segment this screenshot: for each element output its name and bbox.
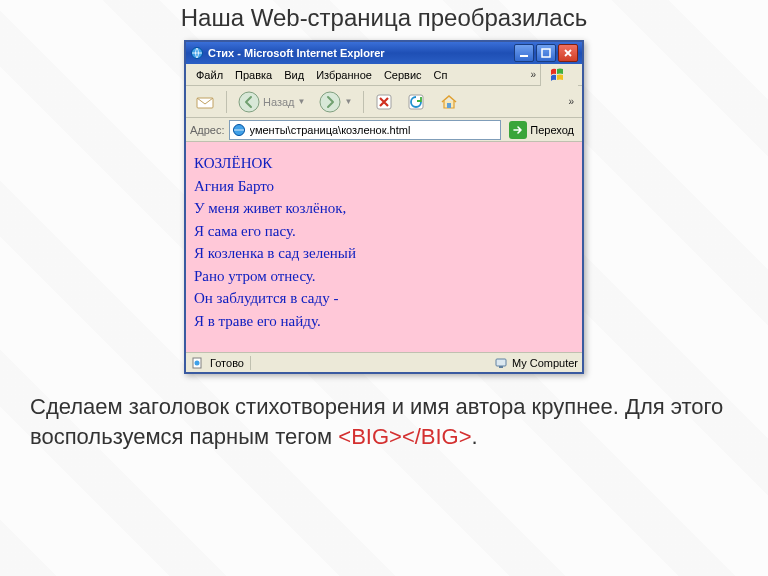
go-button[interactable]: Переход bbox=[505, 120, 578, 140]
go-label: Переход bbox=[530, 124, 574, 136]
windows-logo-icon bbox=[540, 64, 578, 86]
toolbar-separator-2 bbox=[363, 91, 364, 113]
toolbar: Назад ▼ ▼ » bbox=[186, 86, 582, 118]
menu-view[interactable]: Вид bbox=[278, 67, 310, 83]
svg-rect-13 bbox=[499, 366, 503, 368]
zone-label: My Computer bbox=[512, 357, 578, 369]
poem-title: КОЗЛЁНОК bbox=[194, 152, 574, 175]
poem-line-5: Он заблудится в саду - bbox=[194, 287, 574, 310]
svg-point-11 bbox=[195, 360, 200, 365]
poem-line-2: Я сама его пасу. bbox=[194, 220, 574, 243]
address-bar: Адрес: ументы\страница\козленок.html Пер… bbox=[186, 118, 582, 142]
menu-help-truncated[interactable]: Сп bbox=[428, 67, 448, 83]
poem-line-4: Рано утром отнесу. bbox=[194, 265, 574, 288]
poem-author: Агния Барто bbox=[194, 175, 574, 198]
menu-edit[interactable]: Правка bbox=[229, 67, 278, 83]
forward-dropdown-icon: ▼ bbox=[344, 97, 352, 106]
poem-line-1: У меня живет козлёнок, bbox=[194, 197, 574, 220]
address-field[interactable]: ументы\страница\козленок.html bbox=[229, 120, 502, 140]
status-bar: Готово My Computer bbox=[186, 352, 582, 372]
page-content: КОЗЛЁНОК Агния Барто У меня живет козлён… bbox=[186, 142, 582, 352]
poem-line-6: Я в траве его найду. bbox=[194, 310, 574, 333]
menu-overflow-chevron-icon[interactable]: » bbox=[530, 69, 540, 80]
mail-button[interactable] bbox=[190, 89, 220, 115]
slide-caption: Сделаем заголовок стихотворения и имя ав… bbox=[30, 392, 738, 451]
toolbar-separator bbox=[226, 91, 227, 113]
slide-heading: Наша Web-страница преобразилась bbox=[0, 4, 768, 32]
ie-icon bbox=[190, 46, 204, 60]
caption-text-after: . bbox=[472, 424, 478, 449]
forward-button[interactable]: ▼ bbox=[314, 89, 357, 115]
svg-point-4 bbox=[239, 92, 259, 112]
toolbar-overflow-chevron-icon[interactable]: » bbox=[568, 96, 578, 107]
status-separator bbox=[250, 356, 251, 370]
menu-tools[interactable]: Сервис bbox=[378, 67, 428, 83]
caption-tag: <BIG></BIG> bbox=[338, 424, 471, 449]
poem-line-3: Я козленка в сад зеленый bbox=[194, 242, 574, 265]
menu-favorites[interactable]: Избранное bbox=[310, 67, 378, 83]
refresh-button[interactable] bbox=[402, 89, 430, 115]
back-dropdown-icon: ▼ bbox=[298, 97, 306, 106]
back-button[interactable]: Назад ▼ bbox=[233, 89, 310, 115]
menu-file[interactable]: Файл bbox=[190, 67, 229, 83]
window-title: Стих - Microsoft Internet Explorer bbox=[208, 47, 514, 59]
svg-rect-2 bbox=[542, 49, 550, 57]
svg-rect-8 bbox=[447, 103, 451, 108]
close-button[interactable] bbox=[558, 44, 578, 62]
svg-rect-1 bbox=[520, 55, 528, 57]
address-label: Адрес: bbox=[190, 124, 225, 136]
go-arrow-icon bbox=[509, 121, 527, 139]
menubar: Файл Правка Вид Избранное Сервис Сп » bbox=[186, 64, 582, 86]
svg-rect-12 bbox=[496, 359, 506, 366]
ie-window: Стих - Microsoft Internet Explorer Файл … bbox=[184, 40, 584, 374]
zone-icon bbox=[494, 356, 508, 370]
titlebar: Стих - Microsoft Internet Explorer bbox=[186, 42, 582, 64]
page-ie-icon bbox=[232, 123, 246, 137]
minimize-button[interactable] bbox=[514, 44, 534, 62]
svg-point-5 bbox=[320, 92, 340, 112]
home-button[interactable] bbox=[434, 89, 464, 115]
back-label: Назад bbox=[263, 96, 295, 108]
status-page-icon bbox=[190, 356, 204, 370]
stop-button[interactable] bbox=[370, 89, 398, 115]
status-text: Готово bbox=[210, 357, 244, 369]
address-text: ументы\страница\козленок.html bbox=[250, 124, 411, 136]
maximize-button[interactable] bbox=[536, 44, 556, 62]
